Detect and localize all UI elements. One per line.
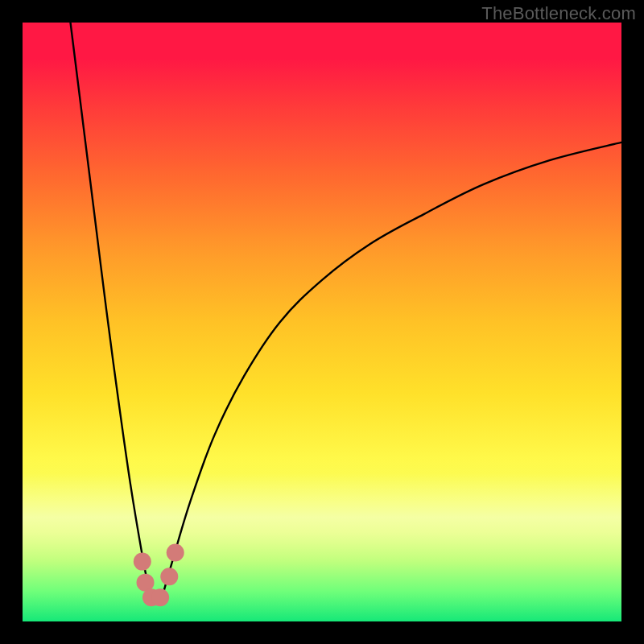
markers-group: [134, 543, 184, 606]
data-marker: [160, 568, 178, 585]
plot-area: [23, 23, 621, 621]
data-marker: [151, 588, 169, 606]
chart-container: TheBottleneck.com: [0, 0, 644, 644]
curve-layer: [23, 23, 621, 621]
data-marker: [167, 543, 184, 561]
curves-group: [71, 23, 621, 604]
curve-right-curve: [160, 142, 621, 604]
watermark-label: TheBottleneck.com: [481, 3, 636, 24]
data-marker: [134, 553, 151, 571]
curve-left-curve: [71, 23, 155, 604]
